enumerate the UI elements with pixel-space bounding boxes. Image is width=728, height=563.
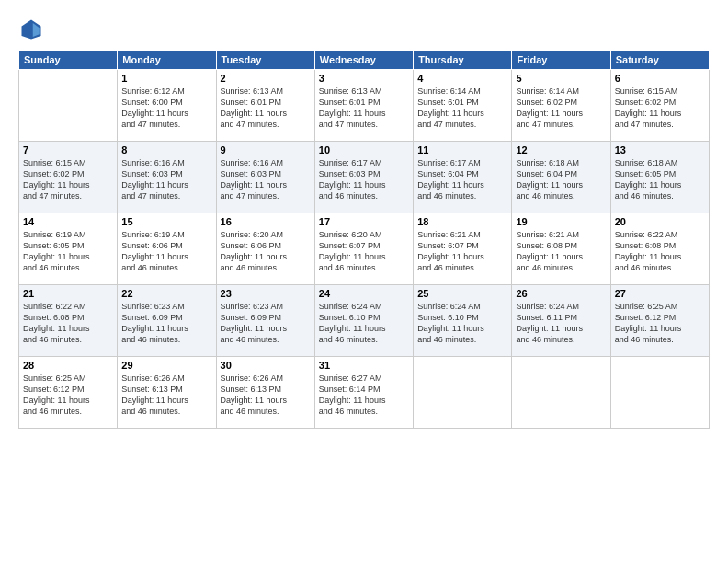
calendar-header-row: SundayMondayTuesdayWednesdayThursdayFrid…	[19, 51, 710, 70]
day-info: Sunrise: 6:15 AMSunset: 6:02 PMDaylight:…	[23, 157, 113, 202]
day-number: 17	[319, 216, 409, 227]
logo	[18, 17, 48, 42]
header	[18, 17, 710, 42]
calendar-day-header: Friday	[512, 51, 610, 70]
day-info: Sunrise: 6:19 AMSunset: 6:06 PMDaylight:…	[121, 229, 211, 274]
calendar-cell	[512, 357, 610, 429]
day-info: Sunrise: 6:13 AMSunset: 6:01 PMDaylight:…	[319, 86, 409, 131]
day-info: Sunrise: 6:27 AMSunset: 6:14 PMDaylight:…	[319, 373, 409, 418]
calendar-cell: 2Sunrise: 6:13 AMSunset: 6:01 PMDaylight…	[216, 70, 314, 142]
day-number: 21	[23, 288, 113, 299]
calendar-cell: 19Sunrise: 6:21 AMSunset: 6:08 PMDayligh…	[512, 213, 610, 285]
calendar-cell: 28Sunrise: 6:25 AMSunset: 6:12 PMDayligh…	[19, 357, 118, 429]
calendar-cell: 12Sunrise: 6:18 AMSunset: 6:04 PMDayligh…	[512, 142, 610, 213]
calendar-day-header: Thursday	[414, 51, 512, 70]
day-info: Sunrise: 6:19 AMSunset: 6:05 PMDaylight:…	[23, 229, 113, 274]
day-info: Sunrise: 6:14 AMSunset: 6:02 PMDaylight:…	[516, 86, 606, 131]
day-number: 2	[221, 73, 311, 84]
day-number: 23	[221, 288, 311, 299]
calendar-week-row: 28Sunrise: 6:25 AMSunset: 6:12 PMDayligh…	[19, 357, 710, 429]
day-info: Sunrise: 6:16 AMSunset: 6:03 PMDaylight:…	[121, 157, 211, 202]
day-number: 8	[121, 144, 211, 155]
day-info: Sunrise: 6:23 AMSunset: 6:09 PMDaylight:…	[221, 301, 311, 346]
day-number: 19	[516, 216, 606, 227]
calendar-cell: 29Sunrise: 6:26 AMSunset: 6:13 PMDayligh…	[118, 357, 216, 429]
calendar-cell	[19, 70, 118, 142]
day-number: 6	[615, 73, 705, 84]
logo-icon	[18, 17, 44, 42]
day-info: Sunrise: 6:26 AMSunset: 6:13 PMDaylight:…	[221, 373, 311, 418]
calendar-cell: 3Sunrise: 6:13 AMSunset: 6:01 PMDaylight…	[314, 70, 413, 142]
calendar-day-header: Sunday	[19, 51, 118, 70]
day-number: 28	[23, 360, 113, 371]
calendar-day-header: Monday	[118, 51, 216, 70]
day-number: 25	[417, 288, 507, 299]
day-number: 18	[417, 216, 507, 227]
page: SundayMondayTuesdayWednesdayThursdayFrid…	[0, 0, 728, 563]
calendar-cell: 20Sunrise: 6:22 AMSunset: 6:08 PMDayligh…	[610, 213, 709, 285]
calendar-cell: 21Sunrise: 6:22 AMSunset: 6:08 PMDayligh…	[19, 285, 118, 357]
day-info: Sunrise: 6:18 AMSunset: 6:05 PMDaylight:…	[615, 157, 705, 202]
day-info: Sunrise: 6:24 AMSunset: 6:11 PMDaylight:…	[516, 301, 606, 346]
calendar-cell: 23Sunrise: 6:23 AMSunset: 6:09 PMDayligh…	[216, 285, 314, 357]
day-number: 30	[221, 360, 311, 371]
day-number: 12	[516, 144, 606, 155]
day-number: 31	[319, 360, 409, 371]
day-info: Sunrise: 6:21 AMSunset: 6:07 PMDaylight:…	[417, 229, 507, 274]
calendar-cell: 31Sunrise: 6:27 AMSunset: 6:14 PMDayligh…	[314, 357, 413, 429]
calendar-cell: 13Sunrise: 6:18 AMSunset: 6:05 PMDayligh…	[610, 142, 709, 213]
calendar-cell: 8Sunrise: 6:16 AMSunset: 6:03 PMDaylight…	[118, 142, 216, 213]
day-info: Sunrise: 6:23 AMSunset: 6:09 PMDaylight:…	[121, 301, 211, 346]
day-info: Sunrise: 6:24 AMSunset: 6:10 PMDaylight:…	[319, 301, 409, 346]
day-number: 14	[23, 216, 113, 227]
day-number: 24	[319, 288, 409, 299]
day-info: Sunrise: 6:15 AMSunset: 6:02 PMDaylight:…	[615, 86, 705, 131]
calendar-cell: 11Sunrise: 6:17 AMSunset: 6:04 PMDayligh…	[414, 142, 512, 213]
day-info: Sunrise: 6:20 AMSunset: 6:06 PMDaylight:…	[221, 229, 311, 274]
day-info: Sunrise: 6:17 AMSunset: 6:03 PMDaylight:…	[319, 157, 409, 202]
day-number: 26	[516, 288, 606, 299]
calendar-cell	[414, 357, 512, 429]
calendar-cell: 7Sunrise: 6:15 AMSunset: 6:02 PMDaylight…	[19, 142, 118, 213]
day-number: 1	[121, 73, 211, 84]
day-number: 9	[221, 144, 311, 155]
calendar-cell: 18Sunrise: 6:21 AMSunset: 6:07 PMDayligh…	[414, 213, 512, 285]
calendar-cell: 24Sunrise: 6:24 AMSunset: 6:10 PMDayligh…	[314, 285, 413, 357]
day-number: 16	[221, 216, 311, 227]
day-info: Sunrise: 6:12 AMSunset: 6:00 PMDaylight:…	[121, 86, 211, 131]
calendar-cell: 14Sunrise: 6:19 AMSunset: 6:05 PMDayligh…	[19, 213, 118, 285]
day-number: 27	[615, 288, 705, 299]
day-info: Sunrise: 6:26 AMSunset: 6:13 PMDaylight:…	[121, 373, 211, 418]
day-info: Sunrise: 6:25 AMSunset: 6:12 PMDaylight:…	[615, 301, 705, 346]
calendar-cell: 30Sunrise: 6:26 AMSunset: 6:13 PMDayligh…	[216, 357, 314, 429]
calendar-cell: 15Sunrise: 6:19 AMSunset: 6:06 PMDayligh…	[118, 213, 216, 285]
calendar-cell: 5Sunrise: 6:14 AMSunset: 6:02 PMDaylight…	[512, 70, 610, 142]
calendar-cell: 4Sunrise: 6:14 AMSunset: 6:01 PMDaylight…	[414, 70, 512, 142]
day-info: Sunrise: 6:16 AMSunset: 6:03 PMDaylight:…	[221, 157, 311, 202]
day-number: 4	[417, 73, 507, 84]
day-info: Sunrise: 6:14 AMSunset: 6:01 PMDaylight:…	[417, 86, 507, 131]
calendar-day-header: Wednesday	[314, 51, 413, 70]
calendar-cell: 1Sunrise: 6:12 AMSunset: 6:00 PMDaylight…	[118, 70, 216, 142]
day-number: 11	[417, 144, 507, 155]
calendar-cell: 6Sunrise: 6:15 AMSunset: 6:02 PMDaylight…	[610, 70, 709, 142]
day-info: Sunrise: 6:18 AMSunset: 6:04 PMDaylight:…	[516, 157, 606, 202]
calendar-cell: 16Sunrise: 6:20 AMSunset: 6:06 PMDayligh…	[216, 213, 314, 285]
calendar-week-row: 1Sunrise: 6:12 AMSunset: 6:00 PMDaylight…	[19, 70, 710, 142]
day-info: Sunrise: 6:24 AMSunset: 6:10 PMDaylight:…	[417, 301, 507, 346]
calendar-cell: 10Sunrise: 6:17 AMSunset: 6:03 PMDayligh…	[314, 142, 413, 213]
calendar-week-row: 21Sunrise: 6:22 AMSunset: 6:08 PMDayligh…	[19, 285, 710, 357]
calendar-cell: 26Sunrise: 6:24 AMSunset: 6:11 PMDayligh…	[512, 285, 610, 357]
calendar-cell: 22Sunrise: 6:23 AMSunset: 6:09 PMDayligh…	[118, 285, 216, 357]
day-info: Sunrise: 6:25 AMSunset: 6:12 PMDaylight:…	[23, 373, 113, 418]
day-number: 20	[615, 216, 705, 227]
day-info: Sunrise: 6:13 AMSunset: 6:01 PMDaylight:…	[221, 86, 311, 131]
day-number: 10	[319, 144, 409, 155]
day-info: Sunrise: 6:22 AMSunset: 6:08 PMDaylight:…	[615, 229, 705, 274]
calendar-week-row: 7Sunrise: 6:15 AMSunset: 6:02 PMDaylight…	[19, 142, 710, 213]
day-number: 5	[516, 73, 606, 84]
calendar-cell: 17Sunrise: 6:20 AMSunset: 6:07 PMDayligh…	[314, 213, 413, 285]
day-info: Sunrise: 6:22 AMSunset: 6:08 PMDaylight:…	[23, 301, 113, 346]
day-number: 13	[615, 144, 705, 155]
day-number: 7	[23, 144, 113, 155]
